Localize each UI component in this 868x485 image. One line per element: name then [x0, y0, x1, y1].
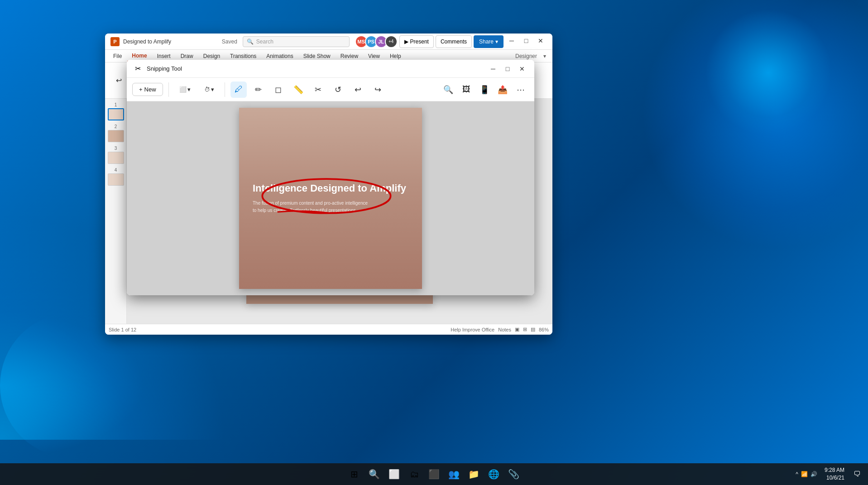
- chevron-icon[interactable]: ^: [796, 471, 798, 477]
- slide-thumb-4[interactable]: 4: [108, 168, 124, 186]
- plus-icon: +: [139, 86, 143, 93]
- snip-ruler-btn[interactable]: 📏: [290, 82, 307, 98]
- taskbar-files-icon[interactable]: 📁: [465, 465, 483, 483]
- snipping-tools-right: 🔍 🖼 📱 📤 ⋯: [440, 82, 529, 98]
- taskbar-edge-icon[interactable]: 🌐: [485, 465, 503, 483]
- snip-crop-btn[interactable]: ✂: [310, 82, 326, 98]
- deco-circle-left-bottom: [0, 313, 145, 458]
- taskbar: ⊞ 🔍 ⬜ 🗂 ⬛ 👥 📁 🌐 📎 ^ 📶 🔊 9:28 AM 10/6/21 …: [0, 463, 868, 485]
- snipping-title: Snipping Tool: [147, 65, 483, 72]
- present-button[interactable]: ▶ Present: [399, 35, 434, 48]
- zoom-level: 86%: [539, 327, 549, 332]
- notification-icon[interactable]: 🗨: [850, 470, 864, 478]
- snip-pen-btn[interactable]: 🖊: [230, 82, 247, 98]
- snip-redo-btn[interactable]: ↪: [370, 82, 386, 98]
- taskbar-teams-icon[interactable]: 👥: [445, 465, 463, 483]
- snip-phone-btn[interactable]: 📱: [476, 82, 493, 98]
- comments-button[interactable]: Comments: [436, 35, 472, 48]
- tab-file[interactable]: File: [109, 51, 126, 61]
- snip-eraser-btn[interactable]: ◻: [270, 82, 287, 98]
- taskbar-center: ⊞ 🔍 ⬜ 🗂 ⬛ 👥 📁 🌐 📎: [345, 465, 523, 483]
- ppt-search-box[interactable]: 🔍 Search: [243, 36, 350, 47]
- slide-count: Slide 1 of 12: [109, 327, 136, 332]
- ppt-window-controls: MS PS JL +4 ▶ Present Comments Share ▾ ─…: [355, 35, 547, 48]
- snipping-maximize-button[interactable]: □: [501, 62, 514, 75]
- timer-chevron: ▾: [211, 86, 214, 93]
- snipping-window-controls: ─ □ ✕: [486, 62, 529, 75]
- snip-more-btn[interactable]: ⋯: [513, 82, 529, 98]
- statusbar-right: Help Improve Office Notes ▣ ⊞ ▤ 86%: [451, 327, 549, 332]
- deco-circle-right: [705, 9, 832, 136]
- slide-thumb-3[interactable]: 3: [108, 146, 124, 164]
- new-label: New: [144, 86, 156, 93]
- slide-panel: 1 2 3 4: [105, 99, 127, 324]
- undo-button[interactable]: ↩: [112, 74, 125, 87]
- ppt-minimize-button[interactable]: ─: [505, 35, 518, 46]
- snipping-minimize-button[interactable]: ─: [486, 62, 500, 75]
- snipping-titlebar: ✂ Snipping Tool ─ □ ✕: [127, 60, 534, 78]
- toolbar-separator-2: [225, 82, 225, 97]
- taskbar-windows-logo[interactable]: ⊞: [345, 465, 364, 483]
- taskbar-sys-icons: ^ 📶 🔊: [794, 471, 819, 477]
- share-chevron: ▾: [495, 38, 498, 45]
- ppt-statusbar: Slide 1 of 12 Help Improve Office Notes …: [105, 324, 552, 335]
- view-normal[interactable]: ▣: [515, 327, 519, 332]
- snip-timer-btn[interactable]: ⏱ ▾: [199, 83, 219, 96]
- taskbar-office-icon[interactable]: 📎: [505, 465, 523, 483]
- snipping-app-icon: ✂: [132, 63, 143, 74]
- taskbar-search-icon[interactable]: 🔍: [365, 465, 384, 483]
- share-button[interactable]: Share ▾: [474, 35, 504, 48]
- taskbar-taskview2-icon[interactable]: ⬛: [425, 465, 443, 483]
- snipping-tool-window: ✂ Snipping Tool ─ □ ✕ + New ⬜ ▾ ⏱ ▾ 🖊 ✏ …: [127, 60, 534, 295]
- timer-icon: ⏱: [204, 86, 210, 93]
- network-icon[interactable]: 📶: [801, 471, 808, 477]
- time-display: 9:28 AM: [825, 466, 844, 474]
- help-improve: Help Improve Office: [451, 327, 494, 332]
- ppt-avatar-group: MS PS JL +4: [355, 35, 398, 48]
- taskbar-time[interactable]: 9:28 AM 10/6/21: [821, 466, 848, 482]
- slide-thumb-1[interactable]: 1: [108, 102, 124, 120]
- view-reading[interactable]: ▤: [531, 327, 535, 332]
- snip-undo-btn[interactable]: ↩: [350, 82, 366, 98]
- toolbar-separator-1: [168, 82, 169, 97]
- snipping-toolbar: + New ⬜ ▾ ⏱ ▾ 🖊 ✏ ◻ 📏 ✂ ↺ ↩ ↪ 🔍 🖼 📱 📤 ⋯: [127, 78, 534, 101]
- avatar-count: +4: [385, 35, 398, 48]
- volume-icon[interactable]: 🔊: [810, 471, 817, 477]
- snip-rectangle-btn[interactable]: ⬜ ▾: [174, 83, 196, 96]
- snipping-canvas: Intelligence Designed to Amplify The fus…: [127, 101, 534, 295]
- ppt-title: Designed to Amplify: [123, 38, 222, 45]
- taskbar-fileexplorer-icon[interactable]: 🗂: [405, 465, 423, 483]
- red-underline-annotation: [276, 207, 330, 216]
- snip-share-btn[interactable]: 📤: [494, 82, 511, 98]
- taskbar-taskview-icon[interactable]: ⬜: [385, 465, 403, 483]
- snipping-close-button[interactable]: ✕: [515, 62, 529, 75]
- snip-highlighter-btn[interactable]: ✏: [250, 82, 267, 98]
- snipping-new-button[interactable]: + New: [132, 83, 163, 96]
- search-icon: 🔍: [247, 38, 254, 45]
- date-display: 10/6/21: [825, 474, 844, 482]
- ppt-maximize-button[interactable]: □: [520, 35, 532, 46]
- taskbar-right: ^ 📶 🔊 9:28 AM 10/6/21 🗨: [794, 466, 864, 482]
- rectangle-icon: ⬜: [179, 86, 187, 93]
- snip-zoom-btn[interactable]: 🔍: [440, 82, 456, 98]
- notes-btn[interactable]: Notes: [498, 327, 511, 332]
- view-sort[interactable]: ⊞: [523, 327, 527, 332]
- shape-chevron: ▾: [187, 86, 191, 93]
- ppt-app-icon: P: [110, 37, 120, 46]
- designer-toggle[interactable]: ▾: [541, 51, 549, 61]
- snip-rotate-btn[interactable]: ↺: [330, 82, 346, 98]
- ppt-saved-status: Saved: [222, 38, 237, 45]
- present-icon: ▶: [404, 38, 408, 45]
- snip-captured-image: Intelligence Designed to Amplify The fus…: [239, 108, 422, 289]
- search-placeholder: Search: [256, 38, 273, 45]
- snip-image-btn[interactable]: 🖼: [458, 82, 475, 98]
- slide-thumb-2[interactable]: 2: [108, 124, 124, 142]
- ppt-titlebar: P Designed to Amplify Saved 🔍 Search MS …: [105, 34, 552, 50]
- ppt-close-button[interactable]: ✕: [534, 35, 547, 46]
